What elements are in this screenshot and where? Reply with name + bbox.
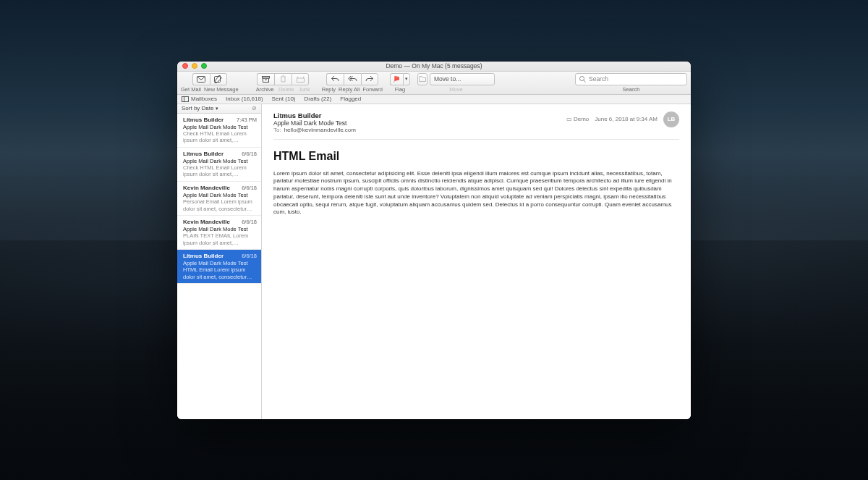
- svg-point-5: [580, 76, 584, 80]
- message-list: Sort by Date ▾ ⊘ Litmus Builder7:43 PM A…: [177, 104, 262, 419]
- reply-all-button[interactable]: [344, 73, 361, 85]
- toolbar-label: Delete: [278, 86, 294, 93]
- svg-rect-3: [263, 78, 269, 83]
- body-text: Lorem ipsum dolor sit amet, consectetur …: [273, 170, 679, 217]
- new-message-button[interactable]: [210, 73, 227, 85]
- header-to-label: To:: [273, 127, 281, 133]
- move-to-field[interactable]: Move to...: [430, 73, 495, 85]
- toolbar-label: Get Mail: [181, 86, 201, 93]
- svg-rect-4: [297, 78, 304, 83]
- message-date: 6/6/18: [242, 219, 257, 226]
- drafts-tab[interactable]: Drafts (22): [305, 96, 332, 102]
- message-row[interactable]: Kevin Mandeville6/6/18 Apple Mail Dark M…: [177, 216, 261, 250]
- message-subject: Apple Mail Dark Mode Test: [183, 192, 257, 198]
- message-subject: Apple Mail Dark Mode Test: [183, 226, 257, 232]
- flag-icon: [393, 76, 399, 83]
- move-folder-button[interactable]: [417, 73, 427, 85]
- message-sender: Litmus Builder: [183, 253, 224, 260]
- titlebar: Demo — On My Mac (5 messages): [177, 62, 691, 72]
- junk-icon: [297, 76, 305, 83]
- message-sender: Litmus Builder: [183, 117, 224, 124]
- message-preview: Check HTML Email Lorem ipsum dolor sit a…: [183, 130, 257, 144]
- compose-icon: [214, 75, 222, 83]
- chevron-down-icon: ▾: [405, 76, 408, 82]
- sent-tab[interactable]: Sent (10): [272, 96, 296, 102]
- message-header: Litmus Builder Apple Mail Dark Mode Test…: [273, 111, 679, 140]
- toolbar-label: New Message: [204, 86, 239, 93]
- message-row[interactable]: Litmus Builder6/6/18 Apple Mail Dark Mod…: [177, 148, 261, 182]
- message-sender: Kevin Mandeville: [183, 219, 230, 226]
- message-reader: Litmus Builder Apple Mail Dark Mode Test…: [262, 104, 691, 419]
- archive-button[interactable]: [257, 73, 274, 85]
- folder-icon: ▭: [566, 116, 572, 122]
- message-date: 6/6/18: [242, 185, 257, 192]
- message-subject: Apple Mail Dark Mode Test: [183, 260, 257, 266]
- flagged-tab[interactable]: Flagged: [340, 96, 361, 102]
- chevron-down-icon: ▾: [216, 106, 218, 111]
- message-date: 7:43 PM: [237, 117, 257, 124]
- body-heading: HTML Email: [273, 150, 679, 163]
- envelope-icon: [197, 76, 205, 83]
- toolbar-label: Search: [623, 86, 640, 93]
- message-sender: Litmus Builder: [183, 151, 224, 158]
- avatar: LB: [663, 111, 679, 127]
- favorites-label: Mailboxes: [191, 96, 217, 102]
- get-mail-button[interactable]: [192, 73, 210, 85]
- message-row[interactable]: Litmus Builder7:43 PM Apple Mail Dark Mo…: [177, 114, 261, 148]
- reply-icon: [331, 76, 339, 82]
- flag-button[interactable]: [390, 73, 403, 85]
- toolbar-label: Reply All: [339, 86, 359, 93]
- forward-button[interactable]: [361, 73, 378, 85]
- inbox-tab[interactable]: Inbox (16,618): [226, 96, 263, 102]
- filter-icon[interactable]: ⊘: [252, 105, 257, 111]
- archive-icon: [262, 76, 270, 83]
- message-subject: Apple Mail Dark Mode Test: [183, 158, 257, 164]
- message-row-selected[interactable]: Litmus Builder6/6/18 Apple Mail Dark Mod…: [177, 250, 261, 284]
- svg-rect-6: [182, 96, 189, 101]
- message-preview: Check HTML Email Lorem ipsum dolor sit a…: [183, 164, 257, 178]
- mailboxes-button[interactable]: Mailboxes: [182, 96, 217, 102]
- toolbar-label: Reply: [322, 86, 336, 93]
- junk-button[interactable]: [292, 73, 309, 85]
- toolbar-label: Forward: [362, 86, 383, 93]
- reply-button[interactable]: [326, 73, 344, 85]
- message-sender: Kevin Mandeville: [183, 185, 230, 192]
- flag-menu-button[interactable]: ▾: [403, 73, 410, 85]
- mail-window: Demo — On My Mac (5 messages) Get Mail N…: [177, 62, 691, 419]
- sort-bar[interactable]: Sort by Date ▾ ⊘: [177, 104, 261, 114]
- search-icon: [579, 76, 586, 83]
- content-area: Sort by Date ▾ ⊘ Litmus Builder7:43 PM A…: [177, 104, 691, 419]
- toolbar-label: Junk: [299, 86, 310, 93]
- toolbar-label: Move: [449, 86, 462, 93]
- header-folder: ▭ Demo: [566, 116, 590, 122]
- forward-icon: [365, 76, 373, 82]
- toolbar-label: Flag: [395, 86, 406, 93]
- reply-all-icon: [348, 76, 357, 82]
- message-date: 6/6/18: [242, 151, 257, 158]
- favorites-bar: Mailboxes Inbox (16,618) Sent (10) Draft…: [177, 95, 691, 104]
- sort-label: Sort by Date: [182, 105, 213, 111]
- folder-icon: [419, 76, 426, 82]
- header-to-line: To:hello@kevinmandeville.com: [273, 127, 679, 133]
- header-timestamp: June 6, 2018 at 9:34 AM: [595, 116, 658, 122]
- message-row[interactable]: Kevin Mandeville6/6/18 Apple Mail Dark M…: [177, 182, 261, 216]
- sidebar-icon: [182, 96, 189, 102]
- delete-button[interactable]: [274, 73, 292, 85]
- message-date: 6/6/18: [242, 253, 257, 260]
- message-preview: PLAIN TEXT EMAIL Lorem ipsum dolor sit a…: [183, 232, 257, 246]
- toolbar-label: Archive: [256, 86, 274, 93]
- message-preview: Personal Email Lorem ipsum dolor sit ame…: [183, 198, 257, 212]
- message-subject: Apple Mail Dark Mode Test: [183, 124, 257, 130]
- header-to-value: hello@kevinmandeville.com: [284, 127, 356, 133]
- window-title: Demo — On My Mac (5 messages): [177, 62, 691, 72]
- trash-icon: [280, 75, 286, 83]
- search-placeholder: Search: [589, 75, 608, 83]
- toolbar: Get Mail New Message Archive Delete Junk: [177, 72, 691, 95]
- message-preview: HTML Email Lorem ipsum dolor sit amet, c…: [183, 266, 257, 280]
- search-field[interactable]: Search: [575, 73, 687, 85]
